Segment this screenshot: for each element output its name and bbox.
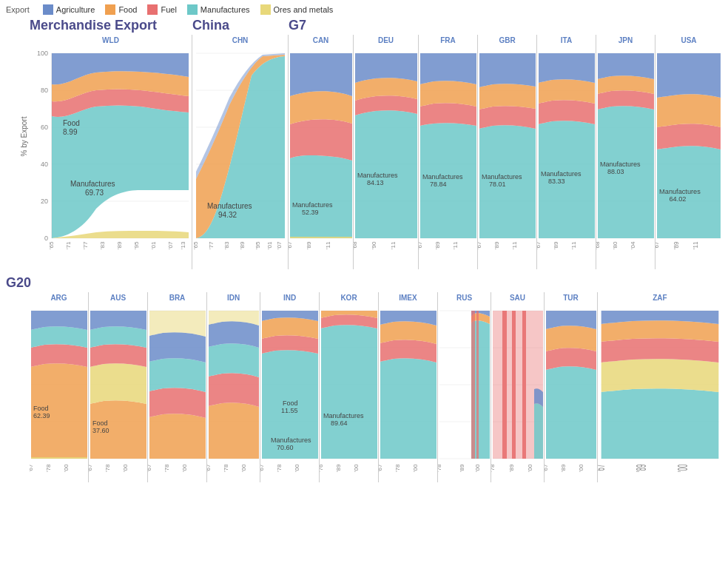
svg-text:'89: '89	[335, 464, 342, 472]
sau-label: SAU	[491, 292, 544, 303]
aus-chart: Food 37.60 '67 '78 '00	[89, 303, 148, 481]
svg-text:'65: '65	[192, 241, 199, 249]
g20-header: G20	[6, 275, 722, 291]
svg-text:'00: '00	[294, 464, 300, 472]
legend-item-food: Food	[105, 4, 137, 15]
ita-chart: Manufactures 83.33 '67 '89 '11	[537, 46, 596, 268]
bra-panel: BRA '67 '78 '00	[148, 292, 207, 482]
svg-text:88.03: 88.03	[607, 168, 624, 175]
svg-text:'11: '11	[511, 241, 518, 249]
wld-chart: 100 80 60 40 20 0 Food	[30, 46, 192, 268]
svg-text:80: 80	[41, 87, 48, 94]
wld-manuf-value: 69.73	[85, 189, 104, 197]
svg-text:'67: '67	[478, 241, 482, 249]
svg-text:'78: '78	[438, 464, 442, 472]
svg-text:'13: '13	[180, 241, 186, 249]
legend: Export Agriculture Food Fuel Manufacture…	[6, 4, 722, 15]
svg-text:64.02: 64.02	[669, 195, 686, 203]
svg-text:'00: '00	[353, 464, 360, 472]
svg-text:'89: '89	[116, 241, 123, 249]
bra-chart: '67 '78 '00	[148, 303, 207, 481]
svg-text:'11: '11	[692, 241, 699, 249]
idn-panel: IDN '67 '78 '00	[207, 292, 260, 482]
svg-text:'00: '00	[578, 464, 584, 472]
svg-text:'76: '76	[320, 464, 324, 472]
arg-label: ARG	[30, 292, 88, 303]
svg-text:Manufactures: Manufactures	[600, 161, 641, 168]
svg-text:'95: '95	[255, 241, 261, 249]
legend-title: Export	[6, 5, 30, 14]
svg-text:'89: '89	[673, 241, 680, 249]
ind-label: IND	[260, 292, 319, 303]
svg-text:'07: '07	[167, 241, 174, 249]
svg-text:'00: '00	[240, 464, 247, 472]
svg-text:20: 20	[41, 198, 48, 205]
deu-chart: Manufactures 84.13 '68 '90 '11	[354, 46, 419, 268]
svg-text:'67: '67	[379, 464, 383, 472]
svg-text:'67: '67	[207, 464, 212, 472]
svg-text:70.60: 70.60	[277, 444, 294, 451]
svg-text:84.13: 84.13	[367, 179, 384, 186]
fra-label: FRA	[419, 35, 477, 46]
svg-text:'11: '11	[452, 241, 459, 249]
deu-panel: DEU Manufactures 84.13 '68	[354, 35, 419, 269]
svg-text:'67: '67	[545, 464, 549, 472]
tur-label: TUR	[545, 292, 597, 303]
svg-text:Food: Food	[283, 399, 298, 407]
ores-swatch	[260, 4, 271, 15]
svg-text:'67: '67	[655, 241, 660, 249]
ind-panel: IND Food 11.55 Manufactures 70.60 '6	[260, 292, 320, 482]
food-swatch	[105, 4, 115, 15]
svg-text:0: 0	[44, 235, 48, 242]
svg-text:Manufactures: Manufactures	[323, 412, 364, 419]
svg-text:'11: '11	[325, 241, 331, 249]
svg-text:'67: '67	[598, 465, 607, 472]
svg-text:11.55: 11.55	[281, 407, 298, 414]
svg-text:'83: '83	[223, 241, 230, 249]
legend-label-agriculture: Agriculture	[56, 5, 95, 14]
svg-text:'89: '89	[560, 464, 567, 472]
tur-panel: TUR '67 '89 '00	[545, 292, 598, 482]
svg-text:'04: '04	[630, 241, 636, 249]
fuel-swatch	[147, 4, 158, 15]
svg-text:83.33: 83.33	[548, 178, 565, 185]
svg-rect-196	[522, 311, 526, 459]
ita-panel: ITA Manufactures 83.33 '67 '89 '11	[537, 35, 596, 269]
svg-text:'11: '11	[390, 241, 397, 249]
legend-label-ores: Ores and metals	[274, 5, 334, 14]
svg-text:'68: '68	[354, 241, 358, 249]
svg-text:'71: '71	[65, 241, 72, 249]
svg-text:Manufactures: Manufactures	[422, 173, 463, 181]
svg-text:'00: '00	[474, 464, 481, 472]
svg-text:'67: '67	[30, 464, 34, 472]
chn-panel: CHN Manufactures 94.32 '65 '77	[192, 35, 289, 269]
svg-text:'78: '78	[45, 464, 52, 472]
idn-label: IDN	[207, 292, 260, 303]
gbr-panel: GBR Manufactures 78.01 '67 '89 '11	[478, 35, 537, 269]
merchandise-header: Merchandise Export	[30, 18, 192, 33]
idn-chart: '67 '78 '00	[207, 303, 260, 481]
legend-label-manufactures: Manufactures	[200, 5, 250, 14]
kor-panel: KOR Manufactures 89.64 '76 '89 '00	[320, 292, 379, 482]
wld-label: WLD	[30, 35, 192, 46]
svg-text:'89: '89	[239, 241, 246, 249]
usa-panel: USA Manufactures 64.02 '67 '89 '11	[655, 35, 722, 269]
ita-label: ITA	[537, 35, 596, 46]
gbr-chart: Manufactures 78.01 '67 '89 '11	[478, 46, 537, 268]
mex-label: IMEX	[379, 292, 437, 303]
chn-manuf-value: 94.32	[218, 211, 237, 219]
fra-panel: FRA Manufactures 78.84 '67 '89 '11	[419, 35, 478, 269]
wld-panel: WLD 100 80 60 40 20 0	[30, 35, 192, 269]
zaf-chart: '67 '89 '00	[598, 303, 722, 481]
svg-text:'90: '90	[371, 241, 377, 249]
svg-text:'89: '89	[434, 241, 441, 249]
svg-text:'67: '67	[537, 241, 542, 249]
legend-item-agriculture: Agriculture	[43, 4, 95, 15]
svg-text:'89: '89	[553, 241, 559, 249]
svg-text:'67: '67	[289, 241, 293, 249]
zaf-panel: ZAF '67 '89 '00	[598, 292, 722, 482]
wld-food-label: Food	[63, 119, 80, 127]
arg-panel: ARG Food 62.39 '67 '78	[30, 292, 89, 482]
svg-text:52.39: 52.39	[302, 209, 319, 216]
svg-text:'89: '89	[306, 241, 312, 249]
